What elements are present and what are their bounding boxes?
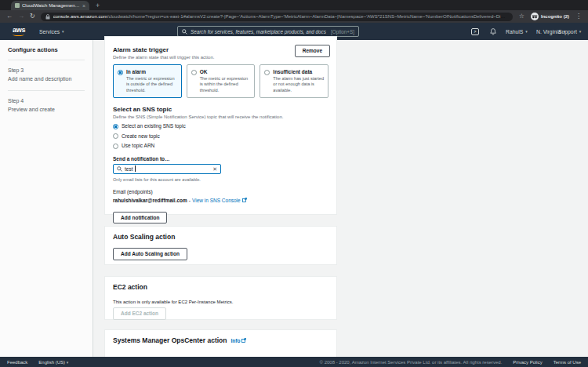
option-use-topic-arn[interactable]: Use topic ARN (113, 143, 328, 149)
services-menu[interactable]: Services ▾ (39, 23, 64, 40)
radio-existing-sns-topic[interactable] (113, 124, 118, 129)
alarm-state-options: In alarm The metric or expression is out… (113, 64, 328, 98)
browser-menu-icon[interactable]: ⋮ (575, 13, 582, 20)
notifications-bell-button[interactable] (490, 23, 496, 40)
sidebar-step-3[interactable]: Step 3 Add name and description (8, 67, 85, 84)
new-tab-icon[interactable]: + (96, 2, 100, 9)
option-create-new-topic[interactable]: Create new topic (113, 133, 328, 139)
console-footer: Feedback English (US) ▾ © 2008 - 2020, A… (0, 357, 588, 367)
wizard-steps-sidebar: Configure actions Step 3 Add name and de… (0, 40, 93, 357)
incognito-icon (531, 13, 539, 20)
url-path: /cloudwatch/home?region=us-east-1#alarms… (107, 14, 508, 19)
state-option-ok[interactable]: OK The metric or expression is within th… (187, 64, 256, 98)
chevron-down-icon: ▾ (67, 360, 69, 365)
sns-topic-search-input[interactable]: test ✕ (113, 164, 221, 174)
sns-topic-subtitle: Define the SNS (Simple Notification Serv… (113, 114, 328, 119)
radio-insufficient-data[interactable] (264, 70, 270, 75)
url-host: console.aws.amazon.com (53, 14, 107, 19)
sns-search-value: test (125, 166, 132, 172)
separator: - (189, 198, 191, 203)
url-text: console.aws.amazon.com/cloudwatch/home?r… (53, 14, 508, 19)
radio-create-new-topic[interactable] (113, 133, 118, 139)
search-placeholder: Search for services, features, marketpla… (191, 29, 328, 35)
clear-search-icon[interactable]: ✕ (212, 166, 217, 172)
global-search-input[interactable]: Search for services, features, marketpla… (177, 26, 359, 37)
ec2-action-title: EC2 action (113, 283, 328, 291)
sidebar-step-4[interactable]: Step 4 Preview and create (8, 97, 85, 114)
external-link-icon (242, 198, 247, 202)
add-ec2-action-button: Add EC2 action (113, 307, 166, 320)
cloudwatch-favicon-icon (15, 3, 20, 8)
state-option-insufficient-data[interactable]: Insufficient data The alarm has just sta… (260, 64, 328, 98)
reload-icon[interactable]: ↻ (30, 13, 35, 20)
bookmark-star-icon[interactable]: ☆ (519, 13, 524, 20)
chevron-down-icon: ▾ (62, 29, 64, 34)
notification-card: Remove Alarm state trigger Define the al… (104, 36, 337, 215)
state-option-in-alarm[interactable]: In alarm The metric or expression is out… (113, 64, 182, 98)
email-endpoint-row: rahulshivalkar@rediffmail.com - View in … (113, 198, 328, 203)
ssm-info-link[interactable]: Info (231, 338, 247, 343)
forward-icon[interactable]: → (18, 13, 24, 20)
incognito-label: Incognito (2) (541, 14, 569, 19)
back-icon[interactable]: ← (6, 13, 13, 20)
ec2-availability-note: This action is only available for EC2 Pe… (113, 300, 328, 304)
cloudshell-icon: > (471, 28, 479, 35)
address-bar[interactable]: console.aws.amazon.com/cloudwatch/home?r… (41, 13, 513, 21)
auto-scaling-card: Auto Scaling action Add Auto Scaling act… (104, 226, 337, 265)
copyright-text: © 2008 - 2020, Amazon Internet Services … (320, 360, 503, 365)
support-menu[interactable]: Support ▾ (558, 23, 581, 40)
ec2-action-card: EC2 action This action is only available… (104, 276, 337, 320)
radio-use-topic-arn[interactable] (113, 144, 118, 149)
send-notification-label: Send a notification to… (113, 156, 328, 162)
terms-of-use-link[interactable]: Terms of Use (554, 360, 581, 365)
chevron-down-icon: ▾ (579, 29, 582, 34)
add-notification-button[interactable]: Add notification (113, 212, 167, 224)
email-endpoints-heading: Email (endpoints) (113, 189, 328, 194)
ssm-title: Systems Manager OpsCenter action (113, 336, 227, 344)
divider (8, 60, 85, 60)
auto-scaling-title: Auto Scaling action (113, 233, 328, 241)
divider (8, 90, 85, 91)
browser-toolbar: ← → ↻ console.aws.amazon.com/cloudwatch/… (0, 10, 588, 23)
aws-logo-smile (13, 33, 24, 36)
radio-ok[interactable] (191, 70, 197, 75)
view-sns-console-link[interactable]: View in SNS Console (192, 198, 241, 203)
search-shortcut: [Option+S] (331, 29, 354, 35)
radio-in-alarm[interactable] (118, 70, 123, 75)
feedback-link[interactable]: Feedback (7, 360, 27, 365)
account-menu[interactable]: RahulS ▾ (506, 23, 528, 40)
text-cursor (135, 165, 136, 172)
sidebar-current-step[interactable]: Configure actions (8, 46, 85, 53)
sns-topic-title: Select an SNS topic (113, 106, 328, 113)
incognito-badge: Incognito (2) (531, 13, 569, 20)
browser-window: CloudWatch Management Con × + ← → ↻ cons… (0, 0, 588, 367)
external-link-icon (241, 338, 246, 343)
endpoint-email: rahulshivalkar@rediffmail.com (113, 198, 187, 203)
lock-icon (45, 14, 50, 20)
bell-icon (490, 28, 496, 35)
browser-tab-strip: CloudWatch Management Con × + (0, 0, 588, 10)
privacy-policy-link[interactable]: Privacy Policy (513, 360, 542, 365)
close-tab-icon[interactable]: × (82, 3, 85, 9)
language-selector[interactable]: English (US) ▾ (38, 360, 68, 365)
search-icon (117, 166, 122, 172)
tab-title: CloudWatch Management Con (22, 3, 80, 8)
sns-search-helper: Only email lists for this account are av… (113, 177, 328, 182)
sns-topic-group: Select an SNS topic Define the SNS (Simp… (113, 106, 328, 223)
cloudshell-button[interactable]: > (471, 23, 479, 40)
ssm-header: Systems Manager OpsCenter action Info (113, 336, 328, 344)
chevron-down-icon: ▾ (525, 29, 528, 34)
remove-notification-button[interactable]: Remove (295, 45, 330, 57)
browser-tab[interactable]: CloudWatch Management Con × (11, 1, 89, 10)
add-auto-scaling-button[interactable]: Add Auto Scaling action (113, 248, 187, 260)
search-icon (182, 29, 187, 35)
option-existing-sns-topic[interactable]: Select an existing SNS topic (113, 123, 328, 129)
